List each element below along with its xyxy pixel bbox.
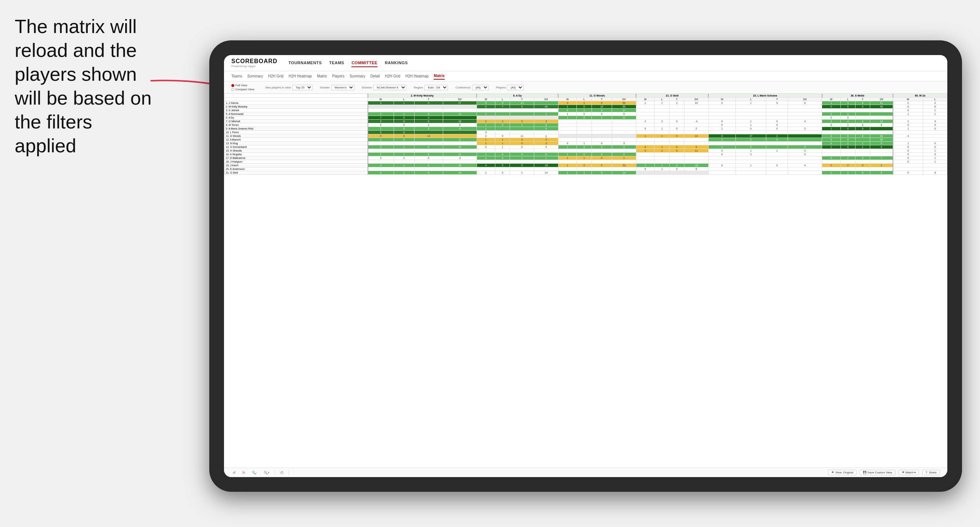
matrix-cell (923, 134, 947, 138)
zoom-out-button[interactable]: 🔍- (250, 470, 258, 475)
reset-button[interactable]: ⏱ (279, 470, 285, 475)
player-name-cell: 21. O Stoll (224, 171, 368, 175)
compact-view-option[interactable]: Compact View (231, 88, 254, 91)
matrix-cell: 0 (669, 163, 684, 167)
matrix-cell: 0 (855, 171, 870, 175)
matrix-cell (636, 116, 654, 120)
sub-nav-h2h-grid2[interactable]: H2H Grid (385, 73, 400, 79)
nav-committee[interactable]: COMMITTEE (352, 59, 377, 67)
player-name-cell: 8. M Torres (224, 123, 368, 127)
full-view-radio[interactable] (231, 84, 234, 87)
matrix-cell: 4 (534, 138, 558, 142)
matrix-cell: 1 (558, 116, 576, 120)
table-row: 1. J Garcia3102730-114105011110010613011… (224, 101, 947, 105)
region-select[interactable]: East - DII (All) (425, 85, 448, 90)
matrix-cell: 0 (443, 138, 477, 142)
matrix-cell: 1 (893, 112, 923, 116)
sub-nav-detail[interactable]: Detail (371, 73, 380, 79)
col-sub-2-t: T (510, 98, 534, 101)
matrix-cell (636, 153, 654, 156)
matrix-cell (788, 116, 822, 120)
share-button[interactable]: ⇧ Share (922, 470, 940, 475)
matrix-cell: 0 (592, 101, 612, 105)
matrix-cell: -18 (684, 163, 708, 167)
sub-nav-matrix[interactable]: Matrix (317, 73, 327, 79)
matrix-cell: 3 (612, 142, 636, 145)
matrix-cell (669, 116, 684, 120)
matrix-cell (368, 160, 394, 163)
matrix-cell (443, 160, 477, 163)
matrix-cell: 0 (893, 145, 923, 149)
nav-tournaments[interactable]: TOURNAMENTS (289, 59, 322, 67)
matrix-cell (766, 109, 788, 112)
matrix-cell: 40 (534, 105, 558, 109)
save-custom-button[interactable]: 💾 Save Custom View (859, 470, 896, 475)
sub-nav-h2h-grid[interactable]: H2H Grid (268, 73, 283, 79)
matrix-cell (443, 131, 477, 134)
matrix-cell (684, 138, 708, 142)
compact-view-radio[interactable] (231, 88, 234, 91)
matrix-cell: 2 (766, 134, 788, 138)
sub-nav-h2h-heatmap[interactable]: H2H Heatmap (289, 73, 312, 79)
sub-nav-matrix-active[interactable]: Matrix (434, 73, 444, 79)
zoom-in-button[interactable]: 🔍+ (262, 470, 271, 475)
logo-title: SCOREBOARD (231, 58, 278, 65)
player-name-cell: 18. J Hodgson (224, 160, 368, 163)
redo-button[interactable]: ↻ (241, 470, 247, 475)
table-row: 8. M Torres00101012010010800 (224, 123, 947, 127)
col-sub-2-w: W (477, 98, 495, 101)
matrix-cell: 0 (788, 153, 822, 156)
matrix-cell (684, 142, 708, 145)
matrix-cell: 0 (708, 163, 736, 167)
matrix-cell (840, 153, 855, 156)
sub-nav-h2h-heatmap2[interactable]: H2H Heatmap (406, 73, 428, 79)
sub-nav-teams[interactable]: Teams (231, 73, 242, 79)
matrix-cell (870, 160, 893, 163)
matrix-cell: 0 (495, 163, 510, 167)
matrix-cell (534, 101, 558, 105)
matrix-cell: 4 (893, 134, 923, 138)
matrix-cell: 1 (558, 156, 576, 160)
conference-select[interactable]: (All) (472, 85, 489, 90)
matrix-cell (495, 167, 510, 171)
nav-rankings[interactable]: RANKINGS (385, 59, 408, 67)
matrix-cell (855, 116, 870, 120)
view-original-button[interactable]: 👁 View: Original (828, 470, 856, 475)
players-select[interactable]: (All) (507, 85, 523, 90)
col-header-1: 2. M Kelly Mulcahy (368, 94, 477, 98)
sub-nav-summary2[interactable]: Summary (350, 73, 365, 79)
matrix-cell (414, 105, 443, 109)
matrix-cell: 1 (923, 149, 947, 153)
matrix-cell: 1 (495, 145, 510, 149)
matrix-cell (684, 112, 708, 116)
matrix-cell (510, 116, 534, 120)
matrix-cell: 11 (870, 101, 893, 105)
matrix-cell (736, 171, 766, 175)
sub-nav-players[interactable]: Players (332, 73, 344, 79)
matrix-cell: 1 (840, 171, 855, 175)
player-name-cell: 17. D Ballesteros (224, 156, 368, 160)
matrix-cell (669, 112, 684, 116)
gender-select[interactable]: Women's (331, 85, 354, 90)
nav-teams[interactable]: TEAMS (329, 59, 344, 67)
matrix-area[interactable]: 2. M Kelly Mulcahy 6. A Dy 11. G Woods 2… (224, 94, 947, 468)
undo-button[interactable]: ↺ (231, 470, 237, 475)
col-sub-6-t: T (855, 98, 870, 101)
matrix-cell: 0 (893, 149, 923, 153)
division-select[interactable]: NCAA Division II (374, 85, 406, 90)
matrix-cell: 1 (822, 171, 840, 175)
region-filter: Region East - DII (All) (414, 85, 448, 90)
matrix-cell (577, 120, 592, 123)
col-sub-1-l: L (394, 98, 414, 101)
watch-button[interactable]: 👁 Watch ▾ (899, 470, 920, 475)
matrix-cell: 1 (495, 138, 510, 142)
matrix-cell: 1 (394, 171, 414, 175)
matrix-cell: 0 (855, 163, 870, 167)
table-row: 9. A Maria Jimenez Rios100-9100102100210… (224, 127, 947, 131)
max-players-select[interactable]: Top 25 (292, 85, 312, 90)
matrix-cell: 0 (840, 145, 855, 149)
sub-nav-summary[interactable]: Summary (247, 73, 263, 79)
matrix-cell: 10 (592, 105, 612, 109)
full-view-option[interactable]: Full View (231, 84, 254, 87)
matrix-cell (766, 145, 788, 149)
